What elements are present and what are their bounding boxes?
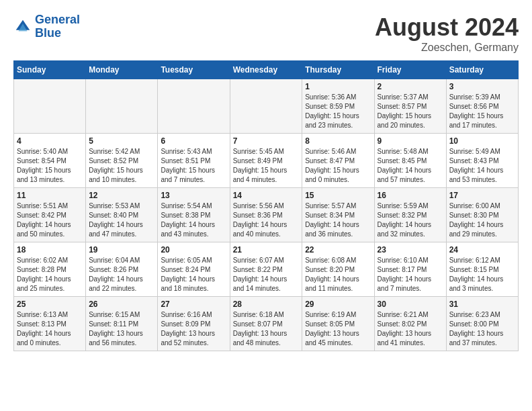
day-info: Sunrise: 5:42 AM Sunset: 8:52 PM Dayligh… xyxy=(89,147,154,185)
calendar-body: 1Sunrise: 5:36 AM Sunset: 8:59 PM Daylig… xyxy=(14,79,519,351)
day-number: 19 xyxy=(89,245,154,255)
calendar-week-5: 25Sunrise: 6:13 AM Sunset: 8:13 PM Dayli… xyxy=(14,297,519,351)
day-info: Sunrise: 6:05 AM Sunset: 8:24 PM Dayligh… xyxy=(161,256,226,293)
day-number: 16 xyxy=(378,191,443,200)
day-info: Sunrise: 5:40 AM Sunset: 8:54 PM Dayligh… xyxy=(17,147,83,185)
day-info: Sunrise: 5:45 AM Sunset: 8:49 PM Dayligh… xyxy=(233,147,300,185)
day-info: Sunrise: 6:07 AM Sunset: 8:22 PM Dayligh… xyxy=(233,256,300,293)
day-info: Sunrise: 5:54 AM Sunset: 8:38 PM Dayligh… xyxy=(161,201,226,239)
day-number: 20 xyxy=(161,245,226,255)
day-info: Sunrise: 5:48 AM Sunset: 8:45 PM Dayligh… xyxy=(378,147,443,185)
day-info: Sunrise: 6:21 AM Sunset: 8:02 PM Dayligh… xyxy=(378,310,443,348)
day-number: 28 xyxy=(233,300,300,309)
day-number: 1 xyxy=(305,82,371,91)
day-info: Sunrise: 5:53 AM Sunset: 8:40 PM Dayligh… xyxy=(89,201,154,239)
day-number: 31 xyxy=(449,300,515,309)
calendar-cell: 30Sunrise: 6:21 AM Sunset: 8:02 PM Dayli… xyxy=(374,297,446,351)
day-info: Sunrise: 6:10 AM Sunset: 8:17 PM Dayligh… xyxy=(378,256,443,293)
calendar-week-4: 18Sunrise: 6:02 AM Sunset: 8:28 PM Dayli… xyxy=(14,242,519,297)
day-number: 14 xyxy=(233,191,300,200)
day-info: Sunrise: 6:00 AM Sunset: 8:30 PM Dayligh… xyxy=(449,201,515,239)
day-info: Sunrise: 6:19 AM Sunset: 8:05 PM Dayligh… xyxy=(305,310,371,348)
logo-line1: General xyxy=(35,13,80,26)
calendar-cell: 19Sunrise: 6:04 AM Sunset: 8:26 PM Dayli… xyxy=(86,242,158,297)
logo-line2: Blue xyxy=(35,26,61,40)
weekday-header-tuesday: Tuesday xyxy=(158,61,230,79)
weekday-header-thursday: Thursday xyxy=(302,61,374,79)
day-number: 9 xyxy=(378,136,443,146)
weekday-header-row: SundayMondayTuesdayWednesdayThursdayFrid… xyxy=(14,61,519,79)
day-info: Sunrise: 6:08 AM Sunset: 8:20 PM Dayligh… xyxy=(305,256,371,293)
calendar-cell: 18Sunrise: 6:02 AM Sunset: 8:28 PM Dayli… xyxy=(14,242,86,297)
weekday-header-sunday: Sunday xyxy=(14,61,86,79)
day-number: 12 xyxy=(89,191,154,200)
weekday-header-saturday: Saturday xyxy=(446,61,518,79)
calendar-cell: 3Sunrise: 5:39 AM Sunset: 8:56 PM Daylig… xyxy=(446,79,518,134)
weekday-header-wednesday: Wednesday xyxy=(230,61,302,79)
day-info: Sunrise: 5:36 AM Sunset: 8:59 PM Dayligh… xyxy=(305,93,371,130)
day-info: Sunrise: 6:02 AM Sunset: 8:28 PM Dayligh… xyxy=(17,256,83,293)
day-number: 15 xyxy=(305,191,371,200)
day-number: 3 xyxy=(449,82,515,91)
calendar-cell: 31Sunrise: 6:23 AM Sunset: 8:00 PM Dayli… xyxy=(446,297,518,351)
day-info: Sunrise: 5:56 AM Sunset: 8:36 PM Dayligh… xyxy=(233,201,300,239)
day-number: 18 xyxy=(17,245,83,255)
calendar-cell: 26Sunrise: 6:15 AM Sunset: 8:11 PM Dayli… xyxy=(86,297,158,351)
calendar-cell xyxy=(86,79,158,134)
calendar-cell: 20Sunrise: 6:05 AM Sunset: 8:24 PM Dayli… xyxy=(158,242,230,297)
day-number: 13 xyxy=(161,191,226,200)
calendar-week-2: 4Sunrise: 5:40 AM Sunset: 8:54 PM Daylig… xyxy=(14,134,519,188)
calendar-cell: 27Sunrise: 6:16 AM Sunset: 8:09 PM Dayli… xyxy=(158,297,230,351)
day-number: 11 xyxy=(17,191,83,200)
day-number: 7 xyxy=(233,136,300,146)
day-number: 24 xyxy=(449,245,515,255)
day-info: Sunrise: 5:39 AM Sunset: 8:56 PM Dayligh… xyxy=(449,93,515,130)
calendar-cell xyxy=(230,79,302,134)
calendar-week-1: 1Sunrise: 5:36 AM Sunset: 8:59 PM Daylig… xyxy=(14,79,519,134)
logo: General Blue xyxy=(13,13,80,40)
day-info: Sunrise: 5:57 AM Sunset: 8:34 PM Dayligh… xyxy=(305,201,371,239)
day-info: Sunrise: 5:59 AM Sunset: 8:32 PM Dayligh… xyxy=(378,201,443,239)
calendar-cell: 29Sunrise: 6:19 AM Sunset: 8:05 PM Dayli… xyxy=(302,297,374,351)
calendar-cell: 2Sunrise: 5:37 AM Sunset: 8:57 PM Daylig… xyxy=(374,79,446,134)
calendar-cell: 25Sunrise: 6:13 AM Sunset: 8:13 PM Dayli… xyxy=(14,297,86,351)
day-info: Sunrise: 6:13 AM Sunset: 8:13 PM Dayligh… xyxy=(17,310,83,348)
day-number: 23 xyxy=(378,245,443,255)
day-number: 6 xyxy=(161,136,226,146)
calendar-cell: 6Sunrise: 5:43 AM Sunset: 8:51 PM Daylig… xyxy=(158,134,230,188)
day-info: Sunrise: 6:15 AM Sunset: 8:11 PM Dayligh… xyxy=(89,310,154,348)
day-number: 4 xyxy=(17,136,83,146)
day-number: 25 xyxy=(17,300,83,309)
day-number: 27 xyxy=(161,300,226,309)
day-info: Sunrise: 5:49 AM Sunset: 8:43 PM Dayligh… xyxy=(449,147,515,185)
calendar-cell: 23Sunrise: 6:10 AM Sunset: 8:17 PM Dayli… xyxy=(374,242,446,297)
day-info: Sunrise: 5:46 AM Sunset: 8:47 PM Dayligh… xyxy=(305,147,371,185)
calendar-cell: 24Sunrise: 6:12 AM Sunset: 8:15 PM Dayli… xyxy=(446,242,518,297)
calendar-cell xyxy=(14,79,86,134)
calendar-cell: 28Sunrise: 6:18 AM Sunset: 8:07 PM Dayli… xyxy=(230,297,302,351)
calendar-cell: 7Sunrise: 5:45 AM Sunset: 8:49 PM Daylig… xyxy=(230,134,302,188)
title-block: August 2024 Zoeschen, Germany xyxy=(375,13,519,54)
location-subtitle: Zoeschen, Germany xyxy=(375,42,519,54)
day-number: 5 xyxy=(89,136,154,146)
month-title: August 2024 xyxy=(375,13,519,42)
day-info: Sunrise: 5:43 AM Sunset: 8:51 PM Dayligh… xyxy=(161,147,226,185)
day-number: 17 xyxy=(449,191,515,200)
calendar-table: SundayMondayTuesdayWednesdayThursdayFrid… xyxy=(13,60,519,351)
day-number: 22 xyxy=(305,245,371,255)
logo-text: General Blue xyxy=(35,13,80,40)
day-number: 26 xyxy=(89,300,154,309)
calendar-cell: 14Sunrise: 5:56 AM Sunset: 8:36 PM Dayli… xyxy=(230,188,302,242)
day-info: Sunrise: 6:04 AM Sunset: 8:26 PM Dayligh… xyxy=(89,256,154,293)
page-header: General Blue August 2024 Zoeschen, Germa… xyxy=(13,13,519,54)
day-info: Sunrise: 6:18 AM Sunset: 8:07 PM Dayligh… xyxy=(233,310,300,348)
day-info: Sunrise: 5:37 AM Sunset: 8:57 PM Dayligh… xyxy=(378,93,443,130)
day-number: 2 xyxy=(378,82,443,91)
calendar-cell: 10Sunrise: 5:49 AM Sunset: 8:43 PM Dayli… xyxy=(446,134,518,188)
logo-icon xyxy=(13,17,32,36)
calendar-cell: 17Sunrise: 6:00 AM Sunset: 8:30 PM Dayli… xyxy=(446,188,518,242)
calendar-cell: 1Sunrise: 5:36 AM Sunset: 8:59 PM Daylig… xyxy=(302,79,374,134)
calendar-header: SundayMondayTuesdayWednesdayThursdayFrid… xyxy=(14,61,519,79)
calendar-cell: 9Sunrise: 5:48 AM Sunset: 8:45 PM Daylig… xyxy=(374,134,446,188)
day-info: Sunrise: 6:16 AM Sunset: 8:09 PM Dayligh… xyxy=(161,310,226,348)
